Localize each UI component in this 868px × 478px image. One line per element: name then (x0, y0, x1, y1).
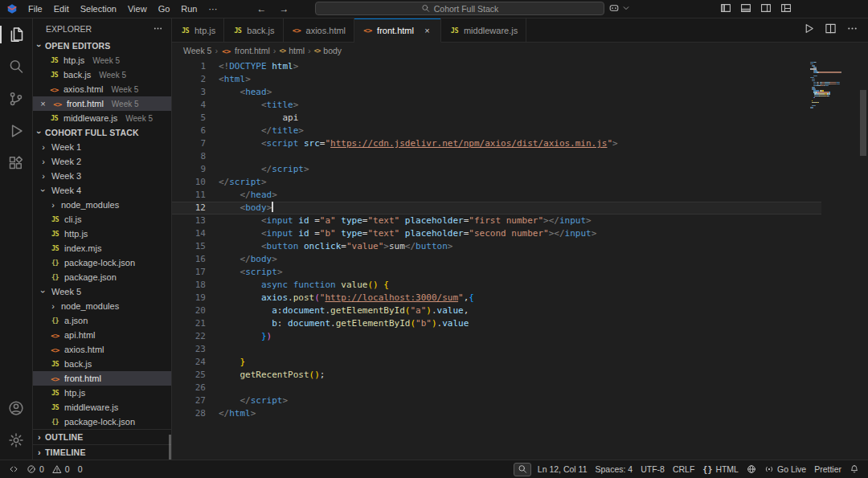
activity-search[interactable] (0, 51, 32, 83)
line-number[interactable]: 7 (172, 137, 206, 150)
activity-extensions[interactable] (0, 147, 32, 179)
file-front.html[interactable]: <>front.html (33, 371, 171, 386)
activity-explorer[interactable] (0, 18, 32, 51)
open-editor-front.html[interactable]: ×<>front.htmlWeek 5 (33, 96, 171, 111)
code-line-3[interactable]: 3 <head> (172, 86, 821, 99)
code-line-8[interactable]: 8 (172, 150, 821, 163)
line-number[interactable]: 8 (172, 150, 206, 163)
copilot-icon[interactable] (608, 2, 620, 14)
tab-middleware.js[interactable]: JSmiddleware.js (441, 18, 526, 42)
menu-run[interactable]: Run (175, 3, 203, 14)
line-number[interactable]: 18 (172, 279, 206, 292)
line-number[interactable]: 11 (172, 189, 206, 202)
close-icon[interactable]: × (422, 26, 432, 35)
status-counter[interactable]: 0 (74, 460, 87, 478)
line-number[interactable]: 9 (172, 163, 206, 176)
status-eol[interactable]: CRLF (669, 460, 698, 478)
toggle-primary-sidebar-button[interactable] (720, 2, 731, 14)
line-number[interactable]: 27 (172, 394, 206, 407)
file-cli.js[interactable]: JScli.js (33, 212, 171, 227)
line-number[interactable]: 6 (172, 125, 206, 137)
tab-front.html[interactable]: <>front.html× (354, 18, 441, 43)
code-line-2[interactable]: 2<html> (172, 73, 821, 86)
code-line-4[interactable]: 4 <title> (172, 99, 821, 112)
line-number[interactable]: 21 (172, 317, 206, 330)
folder-Week 5[interactable]: ›Week 5 (33, 284, 171, 299)
code-line-28[interactable]: 28</html> (172, 407, 821, 420)
folder-node_modules[interactable]: ›node_modules (33, 299, 171, 313)
line-number[interactable]: 24 (172, 356, 206, 369)
line-number[interactable]: 17 (172, 266, 206, 279)
run-file-button[interactable] (803, 22, 815, 38)
back-arrow-icon[interactable]: ← (257, 3, 267, 14)
activity-accounts[interactable] (0, 392, 32, 424)
workspace-header[interactable]: › COHORT FULL STACK (33, 125, 171, 140)
file-back.js[interactable]: JSback.js (33, 357, 171, 371)
code-line-14[interactable]: 14 <input id ="b" type="text" placeholde… (172, 227, 821, 240)
folder-Week 3[interactable]: ›Week 3 (33, 169, 171, 183)
activity-settings[interactable] (0, 424, 32, 456)
tab-back.js[interactable]: JSback.js (224, 18, 283, 42)
code-line-23[interactable]: 23 (172, 343, 821, 356)
editor[interactable]: 1<!DOCTYPE html>2<html>3 <head>4 <title>… (172, 59, 868, 460)
file-middleware.js[interactable]: JSmiddleware.js (33, 400, 171, 415)
status-errors[interactable]: 0 (23, 460, 48, 478)
line-number[interactable]: 26 (172, 382, 206, 394)
line-number[interactable]: 23 (172, 343, 206, 356)
timeline-header[interactable]: › TIMELINE (33, 444, 171, 460)
close-icon[interactable]: × (38, 99, 48, 108)
status-cursor-position[interactable]: Ln 12, Col 11 (534, 460, 592, 478)
code-line-10[interactable]: 10</script> (172, 176, 821, 189)
line-number[interactable]: 25 (172, 369, 206, 382)
status-warnings[interactable]: 0 (48, 460, 74, 478)
menu-go[interactable]: Go (153, 3, 176, 14)
file-htp.js[interactable]: JShtp.js (33, 386, 171, 400)
status-indentation[interactable]: Spaces: 4 (592, 460, 637, 478)
menu-view[interactable]: View (122, 3, 153, 14)
code-line-26[interactable]: 26 (172, 382, 821, 394)
line-number[interactable]: 16 (172, 253, 206, 266)
code-line-11[interactable]: 11 </head> (172, 189, 821, 202)
breadcrumb-item[interactable]: <>html (280, 46, 305, 55)
code-line-20[interactable]: 20 a:document.getElementById("a").value, (172, 304, 821, 317)
line-number[interactable]: 13 (172, 214, 206, 227)
more-actions-icon[interactable] (153, 23, 163, 34)
file-package-lock.json[interactable]: {}package-lock.json (33, 415, 171, 429)
code-line-7[interactable]: 7 <script src="https://cdn.jsdelivr.net/… (172, 137, 821, 150)
code-line-13[interactable]: 13 <input id ="a" type="text" placeholde… (172, 214, 821, 227)
forward-arrow-icon[interactable]: → (280, 3, 289, 14)
menu-more[interactable]: ⋯ (203, 3, 223, 15)
file-package.json[interactable]: {}package.json (33, 270, 171, 284)
tab-htp.js[interactable]: JShtp.js (172, 18, 224, 42)
code-line-16[interactable]: 16 </body> (172, 253, 821, 266)
open-editor-htp.js[interactable]: JShtp.jsWeek 5 (33, 53, 171, 67)
status-browser-preview[interactable] (743, 460, 760, 478)
code-line-5[interactable]: 5 api (172, 112, 821, 125)
status-notifications[interactable] (845, 460, 863, 478)
status-remote[interactable] (5, 460, 23, 478)
code-line-15[interactable]: 15 <button onclick="value">sum</button> (172, 240, 821, 253)
menu-selection[interactable]: Selection (75, 3, 122, 14)
editor-scrollbar[interactable] (860, 90, 866, 156)
menu-edit[interactable]: Edit (48, 3, 75, 14)
line-number[interactable]: 3 (172, 86, 206, 99)
file-index.mjs[interactable]: JSindex.mjs (33, 241, 171, 255)
customize-layout-button[interactable] (780, 2, 792, 14)
activity-source-control[interactable] (0, 83, 32, 115)
line-number[interactable]: 28 (172, 407, 206, 420)
sidebar-scrollbar[interactable] (169, 435, 171, 460)
file-a.json[interactable]: {}a.json (33, 313, 171, 328)
folder-Week 4[interactable]: ›Week 4 (33, 183, 171, 198)
code-line-27[interactable]: 27 </script> (172, 394, 821, 407)
breadcrumb-item[interactable]: Week 5 (183, 46, 211, 55)
toggle-panel-button[interactable] (740, 2, 751, 14)
code-line-18[interactable]: 18 async function value() { (172, 279, 821, 292)
split-editor-button[interactable] (825, 22, 837, 38)
menu-file[interactable]: File (23, 3, 48, 14)
line-number[interactable]: 22 (172, 330, 206, 343)
breadcrumb-item[interactable]: <>front.html (221, 46, 270, 55)
open-editor-back.js[interactable]: JSback.jsWeek 5 (33, 67, 171, 82)
code-line-19[interactable]: 19 axios.post("http://localhost:3000/sum… (172, 292, 821, 304)
folder-Week 1[interactable]: ›Week 1 (33, 140, 171, 154)
open-editors-header[interactable]: › OPEN EDITORS (33, 39, 171, 53)
